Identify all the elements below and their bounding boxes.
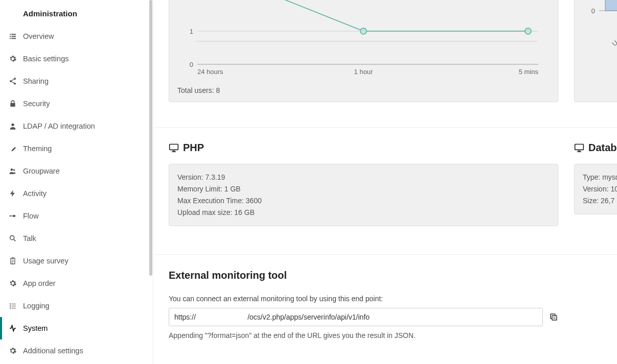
- gear-icon: [8, 278, 18, 288]
- secondary-chart-card: 0 U: [574, 0, 617, 102]
- gear-icon: [8, 54, 18, 64]
- sidebar-item-overview[interactable]: Overview: [0, 25, 153, 47]
- clipboard-icon: [8, 256, 18, 266]
- db-size-row: Size: 26,7 M: [583, 195, 617, 207]
- php-memory-row: Memory Limit: 1 GB: [177, 183, 550, 195]
- chart-point-1: [360, 28, 367, 34]
- svg-rect-4: [605, 0, 617, 11]
- secondary-chart-svg: 0 U: [575, 0, 617, 103]
- flow-icon: [8, 211, 18, 221]
- monitoring-endpoint-input[interactable]: [169, 308, 543, 326]
- sidebar-item-label: Security: [23, 100, 50, 108]
- divider-2: [153, 254, 617, 255]
- chart-ytick-0: 0: [190, 61, 193, 68]
- external-monitoring-desc: You can connect an external monitoring t…: [169, 295, 602, 303]
- sidebar-scrollbar[interactable]: [149, 0, 153, 364]
- group-icon: [8, 166, 18, 176]
- svg-rect-10: [578, 151, 581, 152]
- activity-icon: [8, 323, 18, 333]
- monitor-icon: [169, 143, 179, 153]
- lock-icon: [8, 99, 18, 109]
- sidebar-item-label: Theming: [23, 144, 52, 153]
- gear-icon: [8, 346, 18, 356]
- php-version-row: Version: 7.3.19: [177, 172, 550, 183]
- monitor-icon: [574, 143, 584, 153]
- copy-endpoint-button[interactable]: [548, 311, 559, 323]
- sidebar-item-label: App order: [23, 279, 56, 287]
- sidebar-item-ldap-ad-integration[interactable]: LDAP / AD integration: [0, 115, 153, 137]
- sidebar-item-label: Talk: [23, 234, 36, 242]
- sidebar-item-groupware[interactable]: Groupware: [0, 160, 153, 182]
- external-monitoring-note: Appending "?format=json" at the end of t…: [169, 331, 602, 339]
- chart-footer-text: Total users: 8: [177, 86, 220, 94]
- sidebar-item-label: Usage survey: [23, 257, 68, 265]
- db-type-row: Type: mysql: [583, 172, 617, 183]
- sidebar-item-security[interactable]: Security: [0, 92, 153, 115]
- external-monitoring-title: External monitoring tool: [169, 270, 602, 281]
- sidebar-item-label: Additional settings: [23, 347, 83, 355]
- chart-ytick-1: 1: [190, 28, 193, 35]
- divider-1: [153, 127, 617, 128]
- list-icon: [8, 31, 18, 41]
- chart-xtick-0: 24 hours: [197, 68, 223, 76]
- sidebar-item-label: Flow: [23, 212, 39, 220]
- chart-xtick-2: 5 mins: [519, 68, 539, 76]
- php-upload-row: Upload max size: 16 GB: [177, 207, 550, 219]
- database-title: Databa: [588, 142, 617, 154]
- svg-rect-9: [575, 144, 584, 150]
- person-icon: [8, 121, 18, 131]
- php-info-card: Version: 7.3.19 Memory Limit: 1 GB Max E…: [169, 164, 558, 226]
- chart2-xtick-partial: U: [610, 39, 617, 48]
- main-content: 1 0 24 hours 1 hour 5 mins Total users: …: [153, 0, 617, 364]
- php-exec-row: Max Execution Time: 3600: [177, 195, 550, 207]
- sidebar-item-label: Logging: [23, 302, 50, 310]
- chart-xtick-1: 1 hour: [354, 68, 374, 76]
- svg-rect-6: [170, 144, 178, 150]
- sidebar-item-label: Sharing: [23, 77, 49, 85]
- svg-rect-7: [173, 151, 175, 152]
- sidebar-item-label: Overview: [23, 32, 54, 40]
- bolt-icon: [8, 188, 18, 199]
- sidebar-item-system[interactable]: System: [0, 317, 153, 339]
- share-icon: [8, 76, 18, 86]
- php-section: PHP Version: 7.3.19 Memory Limit: 1 GB M…: [169, 142, 558, 226]
- sidebar: Administration OverviewBasic settingsSha…: [0, 0, 153, 364]
- sidebar-item-additional-settings[interactable]: Additional settings: [0, 339, 153, 362]
- external-monitoring-section: External monitoring tool You can connect…: [169, 270, 602, 339]
- sidebar-item-flow[interactable]: Flow: [0, 205, 153, 227]
- sidebar-item-label: Groupware: [23, 167, 60, 175]
- sidebar-item-talk[interactable]: Talk: [0, 227, 153, 250]
- db-version-row: Version: 10.: [583, 183, 617, 195]
- sidebar-item-activity[interactable]: Activity: [0, 182, 153, 205]
- brush-icon: [8, 143, 18, 154]
- sidebar-item-label: LDAP / AD integration: [23, 122, 95, 130]
- sidebar-item-label: Basic settings: [23, 55, 68, 63]
- active-users-chart-svg: 1 0 24 hours 1 hour 5 mins: [169, 0, 559, 103]
- php-title: PHP: [183, 142, 204, 154]
- svg-rect-11: [577, 151, 581, 152]
- sidebar-item-usage-survey[interactable]: Usage survey: [0, 250, 153, 272]
- sidebar-item-basic-settings[interactable]: Basic settings: [0, 47, 153, 70]
- svg-rect-8: [172, 151, 176, 152]
- sidebar-item-sharing[interactable]: Sharing: [0, 70, 153, 92]
- log-icon: [8, 301, 18, 311]
- database-section: Databa Type: mysql Version: 10. Size: 26…: [574, 142, 617, 214]
- svg-rect-12: [552, 316, 557, 320]
- sidebar-section-header: Administration: [0, 9, 153, 25]
- chart2-ytick-0: 0: [591, 7, 595, 15]
- active-users-chart-card: 1 0 24 hours 1 hour 5 mins Total users: …: [169, 0, 558, 102]
- sidebar-item-label: Activity: [23, 189, 47, 198]
- database-info-card: Type: mysql Version: 10. Size: 26,7 M: [574, 164, 617, 214]
- chart-point-2: [525, 28, 531, 34]
- sidebar-item-app-order[interactable]: App order: [0, 272, 153, 295]
- sidebar-item-logging[interactable]: Logging: [0, 295, 153, 317]
- sidebar-item-label: System: [23, 324, 48, 332]
- sidebar-item-theming[interactable]: Theming: [0, 137, 153, 160]
- search-icon: [8, 233, 18, 244]
